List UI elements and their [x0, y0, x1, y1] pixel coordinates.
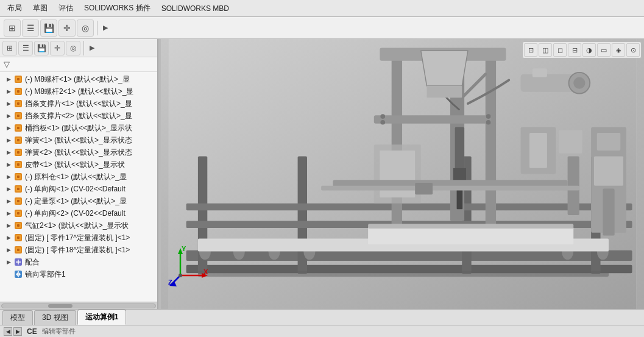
- circle-btn[interactable]: ◎: [77, 20, 94, 37]
- vp-orient-btn[interactable]: ⊡: [524, 43, 537, 57]
- tree-icon-component: [13, 172, 23, 182]
- save-btn[interactable]: 💾: [40, 20, 57, 37]
- tree-icon-component: [13, 221, 23, 230]
- tree-icon-mirror: [13, 269, 23, 279]
- menu-sw-mbd[interactable]: SOLIDWORKS MBD: [157, 2, 234, 15]
- hscroll-thumb[interactable]: [48, 304, 73, 308]
- tab-motion[interactable]: 运动算例1: [77, 310, 127, 325]
- split-view-btn[interactable]: ⊞: [4, 20, 21, 37]
- tree-icon-component: [13, 111, 23, 121]
- svg-marker-87: [421, 51, 468, 86]
- tree-item-label: 皮带<1> (默认<<默认>_显示状: [25, 160, 125, 170]
- viewport[interactable]: Y X Z ⊡ ◫ ◻ ⊟ ◑ ▭ ◈ ⊙: [161, 39, 644, 309]
- svg-rect-84: [529, 133, 547, 168]
- toolbar-separator: [97, 21, 97, 35]
- tree-item[interactable]: ▶ 配合: [0, 256, 157, 268]
- tree-icon-component: [13, 87, 23, 96]
- tree-icon-component: [13, 74, 23, 84]
- tree-icon-component: [13, 233, 23, 243]
- tree-item[interactable]: ▶ 弹簧<2> (默认<<默认>_显示状态: [0, 146, 157, 158]
- lp-btn-2[interactable]: ☰: [18, 41, 33, 55]
- lp-btn-4[interactable]: ✛: [50, 41, 65, 55]
- svg-text:Z: Z: [168, 278, 172, 286]
- svg-rect-29: [17, 188, 19, 190]
- tree-item-label: 配合: [25, 257, 40, 268]
- tree-icon-component: [13, 196, 23, 206]
- list-view-btn[interactable]: ☰: [22, 20, 39, 37]
- tree-arrow-icon: ▶: [5, 210, 12, 217]
- tree-arrow-icon: ▶: [5, 222, 12, 229]
- cross-btn[interactable]: ✛: [58, 20, 76, 37]
- coordinate-indicator: Y X Z: [168, 245, 211, 288]
- tree-item-label: (-) M8螺杆2<1> (默认<<默认>_显: [25, 87, 133, 97]
- tree-item[interactable]: 镜向零部件1: [0, 268, 157, 280]
- feature-tree[interactable]: ▶ (-) M8螺杆<1> (默认<<默认>_显▶ (-) M8螺杆2<1> (…: [0, 72, 157, 302]
- tree-item-label: 弹簧<1> (默认<<默认>_显示状态: [25, 135, 132, 146]
- svg-rect-11: [17, 115, 19, 117]
- lp-btn-5[interactable]: ◎: [66, 41, 80, 55]
- vp-section-btn[interactable]: ⊟: [568, 43, 581, 57]
- menu-sw-plugins[interactable]: SOLIDWORKS 插件: [79, 1, 155, 15]
- tab-3dview[interactable]: 3D 视图: [34, 310, 76, 325]
- left-panel-hscroll[interactable]: [0, 302, 157, 309]
- tree-arrow-icon: ▶: [5, 173, 12, 180]
- lp-sep: [83, 41, 84, 55]
- vp-display-btn[interactable]: ◫: [539, 43, 552, 57]
- menu-eval[interactable]: 评估: [54, 1, 78, 15]
- viewport-right-toolbar: ⊡ ◫ ◻ ⊟ ◑ ▭ ◈ ⊙: [522, 41, 642, 59]
- tree-item[interactable]: ▶ 弹簧<1> (默认<<默认>_显示状态: [0, 134, 157, 146]
- lp-btn-1[interactable]: ⊞: [2, 41, 17, 55]
- toolbar-more-btn[interactable]: ▶: [101, 23, 110, 33]
- vp-hide-btn[interactable]: ◻: [553, 43, 567, 57]
- tree-item[interactable]: ▶ (固定) [ 零件17^定量灌装机 ]<1>: [0, 232, 157, 244]
- status-arrow-right[interactable]: ▶: [13, 327, 22, 336]
- tree-icon-mate: [13, 257, 23, 267]
- svg-point-80: [573, 77, 585, 89]
- tree-item[interactable]: ▶ 皮带<1> (默认<<默认>_显示状: [0, 158, 157, 171]
- tree-item[interactable]: ▶ (-) 定量泵<1> (默认<<默认>_显: [0, 195, 157, 207]
- vp-scene-btn[interactable]: ▭: [597, 43, 610, 57]
- tree-item[interactable]: ▶ (-) 单向阀<1> (CV-02<<Default: [0, 183, 157, 195]
- svg-rect-2: [17, 78, 19, 80]
- lp-more[interactable]: ▶: [87, 43, 97, 53]
- tree-arrow-icon: ▶: [5, 100, 12, 107]
- tree-item[interactable]: ▶ (-) 原料仓<1> (默认<<默认>_显: [0, 171, 157, 183]
- svg-text:X: X: [203, 268, 208, 275]
- svg-rect-95: [603, 189, 614, 236]
- tree-item[interactable]: ▶ (固定) [ 零件18^定量灌装机 ]<1>: [0, 244, 157, 256]
- hscroll-track[interactable]: [1, 303, 156, 308]
- vp-appear-btn[interactable]: ◈: [612, 43, 625, 57]
- svg-rect-14: [17, 127, 19, 129]
- svg-rect-91: [415, 183, 433, 194]
- vp-camera-btn[interactable]: ⊙: [626, 43, 640, 57]
- main-layout: ⊞ ☰ 💾 ✛ ◎ ▶ ▽ ▶ (-) M8螺杆<1> (默认<<默认>_显▶ …: [0, 39, 644, 309]
- tree-item[interactable]: ▶ 挡条支撑片<2> (默认<<默认>_显: [0, 110, 157, 122]
- tree-icon-component: [13, 245, 23, 255]
- tree-arrow-icon: ▶: [5, 137, 12, 144]
- svg-rect-8: [17, 102, 19, 105]
- tree-item[interactable]: ▶ 桶挡板<1> (默认<<默认>_显示状: [0, 122, 157, 134]
- tree-arrow-icon: ▶: [5, 246, 12, 254]
- svg-rect-73: [455, 127, 464, 174]
- tree-item-label: (-) 原料仓<1> (默认<<默认>_显: [25, 172, 127, 182]
- tree-item[interactable]: ▶ (-) 单向阀<2> (CV-02<<Default: [0, 207, 157, 219]
- tree-arrow-icon: ▶: [5, 234, 12, 241]
- vp-light-btn[interactable]: ◑: [582, 43, 596, 57]
- svg-text:Y: Y: [182, 245, 186, 252]
- svg-rect-35: [17, 212, 19, 215]
- svg-rect-5: [17, 90, 19, 93]
- menu-sketch[interactable]: 草图: [28, 1, 52, 15]
- menu-layout[interactable]: 布局: [2, 1, 27, 15]
- status-bar: ◀ ▶ CE 编辑零部件: [0, 325, 644, 337]
- filter-bar: ▽: [0, 57, 157, 72]
- tree-item-label: 气缸2<1> (默认<<默认>_显示状: [25, 221, 129, 231]
- tree-item[interactable]: ▶ 挡条支撑片<1> (默认<<默认>_显: [0, 98, 157, 110]
- svg-rect-85: [559, 130, 582, 154]
- status-arrow-left[interactable]: ◀: [4, 327, 12, 336]
- tree-item[interactable]: ▶ 气缸2<1> (默认<<默认>_显示状: [0, 219, 157, 232]
- tree-item[interactable]: ▶ (-) M8螺杆<1> (默认<<默认>_显: [0, 73, 157, 85]
- lp-btn-3[interactable]: 💾: [34, 41, 49, 55]
- status-nav-arrows: ◀ ▶: [4, 327, 22, 336]
- tree-item[interactable]: ▶ (-) M8螺杆2<1> (默认<<默认>_显: [0, 85, 157, 98]
- tab-model[interactable]: 模型: [2, 310, 33, 325]
